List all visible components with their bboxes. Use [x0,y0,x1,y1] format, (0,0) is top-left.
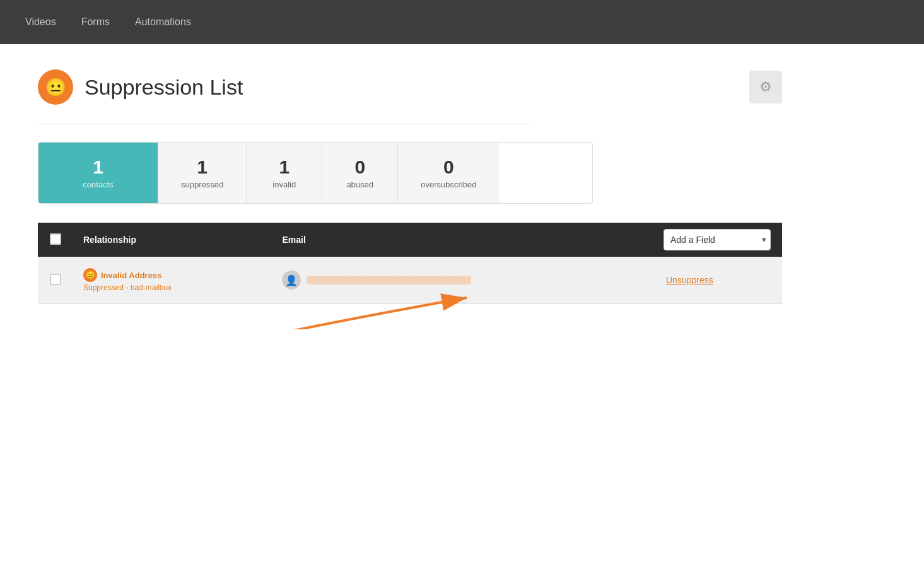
table-header-relationship: Relationship [73,223,272,257]
relationship-header: 😐 Invalid Address [83,268,262,282]
select-all-checkbox[interactable] [50,233,61,245]
email-blurred-value [307,276,471,285]
table-header-checkbox-col [38,223,73,257]
gear-icon: ⚙ [759,79,772,95]
stat-invalid[interactable]: 1 invalid [247,143,322,203]
relationship-title: Invalid Address [101,271,161,280]
main-content: 😐 Suppression List ⚙ 1 contacts 1 suppre… [0,44,820,329]
stat-invalid-number: 1 [279,156,289,177]
stat-oversubscribed-label: oversubscribed [421,180,476,189]
stat-contacts-label: contacts [83,180,113,189]
person-icon: 👤 [285,274,298,286]
row-relationship-cell: 😐 Invalid Address Suppressed - bad-mailb… [73,257,272,304]
row-email-cell: 👤 [272,257,656,304]
relationship-cell-content: 😐 Invalid Address Suppressed - bad-mailb… [83,268,262,292]
contacts-table: Relationship Email Add a Field First Nam… [38,223,782,304]
page-title: Suppression List [85,75,243,100]
row-checkbox-cell [38,257,73,304]
top-navigation: Videos Forms Automations [0,0,924,44]
add-field-select-wrapper: Add a Field First Name Last Name Phone C… [664,229,771,250]
settings-button[interactable]: ⚙ [749,71,782,103]
row-action-cell: Unsuppress [656,257,782,304]
add-field-select[interactable]: Add a Field First Name Last Name Phone C… [664,229,771,250]
stat-invalid-label: invalid [272,180,296,189]
page-header: 😐 Suppression List ⚙ [38,69,782,105]
table-header-email: Email [272,223,656,257]
stat-abused[interactable]: 0 abused [322,143,398,203]
table-header-row: Relationship Email Add a Field First Nam… [38,223,782,257]
stat-oversubscribed[interactable]: 0 oversubscribed [398,143,499,203]
unsuppress-link[interactable]: Unsuppress [666,275,713,285]
relationship-subtitle: Suppressed - bad-mailbox [83,283,262,292]
stat-suppressed[interactable]: 1 suppressed [158,143,247,203]
stat-abused-label: abused [346,180,373,189]
row-checkbox[interactable] [50,274,61,285]
stat-oversubscribed-number: 0 [443,156,454,177]
contact-avatar: 👤 [282,271,301,290]
page-avatar: 😐 [38,69,73,105]
stat-suppressed-label: suppressed [181,180,223,189]
nav-videos[interactable]: Videos [25,16,56,28]
nav-automations[interactable]: Automations [135,16,191,28]
stat-contacts-number: 1 [93,156,103,177]
table-row: 😐 Invalid Address Suppressed - bad-mailb… [38,257,782,304]
stats-row: 1 contacts 1 suppressed 1 invalid 0 abus… [38,142,593,204]
header-divider [38,124,530,124]
relationship-icon: 😐 [83,268,97,282]
email-cell-content: 👤 [282,271,646,290]
nav-forms[interactable]: Forms [81,16,110,28]
page-header-left: 😐 Suppression List [38,69,243,105]
stat-contacts[interactable]: 1 contacts [38,143,158,203]
table-header-field-select: Add a Field First Name Last Name Phone C… [656,223,782,257]
stat-suppressed-number: 1 [197,156,208,177]
stat-abused-number: 0 [354,156,365,177]
